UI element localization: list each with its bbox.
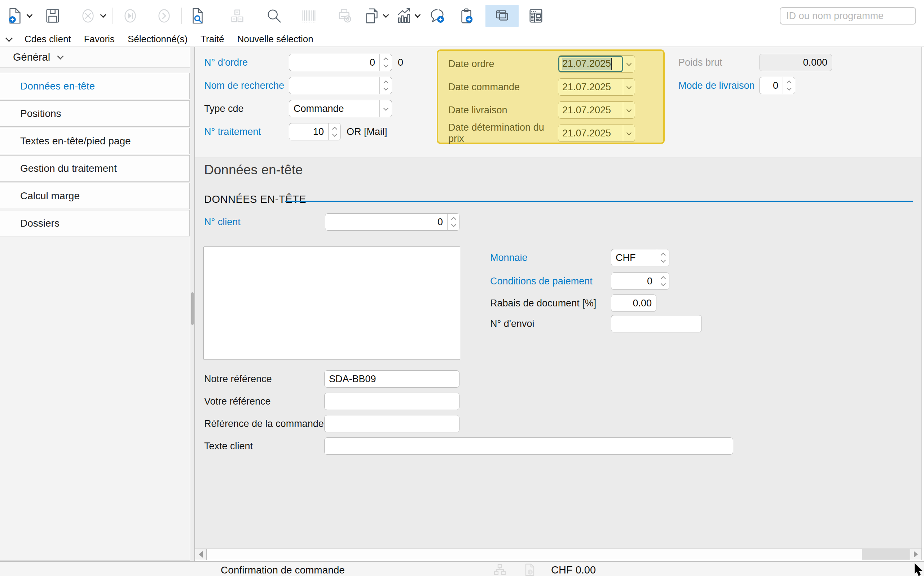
sidebar-group-general[interactable]: Général <box>0 47 190 68</box>
save-icon[interactable] <box>44 7 61 24</box>
scroll-right-button[interactable] <box>910 549 921 560</box>
menu-item-cdes-client[interactable]: Cdes client <box>24 34 71 45</box>
scroll-left-arrow-icon <box>199 551 203 558</box>
doc-discount-value: 0.00 <box>611 295 656 312</box>
document-search-icon[interactable] <box>189 7 206 24</box>
new-document-icon[interactable] <box>6 7 24 24</box>
client-no-field[interactable]: 0 <box>325 213 460 230</box>
scrollbar-track[interactable] <box>862 549 910 560</box>
your-ref-field[interactable] <box>324 393 460 410</box>
print-settings-icon <box>336 7 353 24</box>
gross-weight-field: 0.000 <box>759 54 832 71</box>
next-icon <box>155 7 173 24</box>
delivery-mode-label: Mode de livraison <box>678 80 759 91</box>
date-commande-value: 21.07.2025 <box>562 82 611 93</box>
sidebar-splitter <box>190 47 195 561</box>
date-ordre-label: Date ordre <box>448 58 558 70</box>
order-type-dropdown-icon[interactable] <box>380 100 392 117</box>
sidebar-group-label: Général <box>13 51 50 63</box>
order-ref-field[interactable] <box>324 415 460 432</box>
sidebar: Général Données en-tête Positions Textes… <box>0 47 190 561</box>
sidebar-item-donnees-en-tete[interactable]: Données en-tête <box>0 73 190 99</box>
date-commande-field[interactable]: 21.07.2025 <box>558 78 635 96</box>
toolbar-separator <box>181 8 182 24</box>
horizontal-scrollbar[interactable] <box>195 549 922 560</box>
statusbar: Confirmation de commande CHF 0.00 <box>0 561 924 576</box>
menu-chevron-down-icon[interactable] <box>5 35 13 42</box>
search-icon[interactable] <box>265 7 283 24</box>
search-name-value <box>289 77 380 94</box>
section-divider <box>285 201 913 202</box>
order-ref-value <box>325 415 459 432</box>
app-window: Cdes client Favoris Sélectionné(s) Trait… <box>0 0 924 576</box>
doc-discount-label: Rabais de document [%] <box>490 298 611 309</box>
currency-label: Monnaie <box>490 252 611 264</box>
order-no-spinner[interactable] <box>380 54 392 71</box>
form-panel-icon[interactable] <box>527 7 544 24</box>
main-area: N° d'ordre 0 0 Nom de recherche Type cde… <box>195 47 922 561</box>
date-commande-dropdown-icon[interactable] <box>623 79 635 95</box>
order-no-label: N° d'ordre <box>204 57 289 68</box>
our-ref-field[interactable]: SDA-BB09 <box>324 370 460 387</box>
treatment-no-field[interactable]: 10 <box>289 123 341 141</box>
chevron-down-icon <box>57 53 64 59</box>
menu-item-selectionnes[interactable]: Sélectionné(s) <box>128 34 188 45</box>
our-ref-label: Notre référence <box>204 374 324 385</box>
search-name-field[interactable] <box>289 77 392 94</box>
sidebar-item-gestion-traitement[interactable]: Gestion du traitement <box>0 155 190 182</box>
scroll-left-button[interactable] <box>195 549 207 560</box>
treatment-no-label: N° traitement <box>204 126 289 138</box>
currency-field[interactable]: CHF <box>611 249 669 266</box>
splitter-handle[interactable] <box>191 292 194 325</box>
shipping-no-field[interactable] <box>611 315 702 333</box>
order-no-field[interactable]: 0 <box>289 54 392 71</box>
treatment-no-spinner[interactable] <box>328 123 340 140</box>
date-livraison-field[interactable]: 21.07.2025 <box>558 101 635 119</box>
search-name-spinner[interactable] <box>380 77 392 94</box>
sidebar-item-positions[interactable]: Positions <box>0 100 190 127</box>
cancel-dropdown-icon[interactable] <box>100 12 106 18</box>
menu-item-traite[interactable]: Traité <box>201 34 224 45</box>
window-icon[interactable] <box>485 5 519 27</box>
client-no-value: 0 <box>325 214 447 230</box>
new-document-dropdown-icon[interactable] <box>27 12 33 18</box>
currency-spinner[interactable] <box>657 250 669 266</box>
order-ref-label: Référence de la commande <box>204 418 324 429</box>
date-livraison-dropdown-icon[interactable] <box>623 102 635 118</box>
sidebar-item-calcul-marge[interactable]: Calcul marge <box>0 182 190 209</box>
order-type-label: Type cde <box>204 103 289 114</box>
date-prix-label: Date détermination du prix <box>448 122 558 144</box>
payment-terms-spinner[interactable] <box>657 273 669 290</box>
date-group-highlight: Date ordre 21.07.2025 Date commande 21.0… <box>437 50 665 144</box>
client-no-spinner[interactable] <box>447 214 460 230</box>
date-ordre-field[interactable]: 21.07.2025 <box>558 55 635 72</box>
cancel-icon <box>79 7 97 24</box>
doc-discount-field[interactable]: 0.00 <box>611 294 656 312</box>
page-title: Données en-tête <box>204 162 303 178</box>
copy-document-icon[interactable] <box>364 7 381 24</box>
treatment-no-suffix: OR [Mail] <box>346 126 387 138</box>
delivery-mode-spinner[interactable] <box>783 77 795 94</box>
program-search-input[interactable] <box>780 7 916 24</box>
client-text-field[interactable] <box>324 437 733 455</box>
scrollbar-thumb[interactable] <box>207 549 862 560</box>
menu-item-nouvelle-selection[interactable]: Nouvelle sélection <box>237 34 313 45</box>
sidebar-item-dossiers[interactable]: Dossiers <box>0 210 190 237</box>
copy-document-dropdown-icon[interactable] <box>383 12 389 18</box>
scroll-right-arrow-icon <box>914 551 918 558</box>
date-prix-field[interactable]: 21.07.2025 <box>558 125 635 142</box>
your-ref-value <box>325 393 459 410</box>
delivery-mode-field[interactable]: 0 <box>759 77 795 94</box>
date-ordre-dropdown-icon[interactable] <box>623 56 635 72</box>
clipboard-add-icon[interactable] <box>458 7 476 24</box>
client-address-box[interactable] <box>203 246 460 360</box>
order-type-select[interactable]: Commande <box>289 100 392 117</box>
sidebar-item-textes[interactable]: Textes en-tête/pied page <box>0 128 190 154</box>
menu-item-favoris[interactable]: Favoris <box>84 34 115 45</box>
chart-icon[interactable] <box>395 7 413 24</box>
section-header: DONNÉES EN-TÊTE <box>204 194 306 205</box>
payment-terms-field[interactable]: 0 <box>611 272 669 290</box>
date-prix-dropdown-icon[interactable] <box>623 125 635 141</box>
new-comment-icon[interactable] <box>428 7 446 24</box>
chart-dropdown-icon[interactable] <box>415 12 421 18</box>
